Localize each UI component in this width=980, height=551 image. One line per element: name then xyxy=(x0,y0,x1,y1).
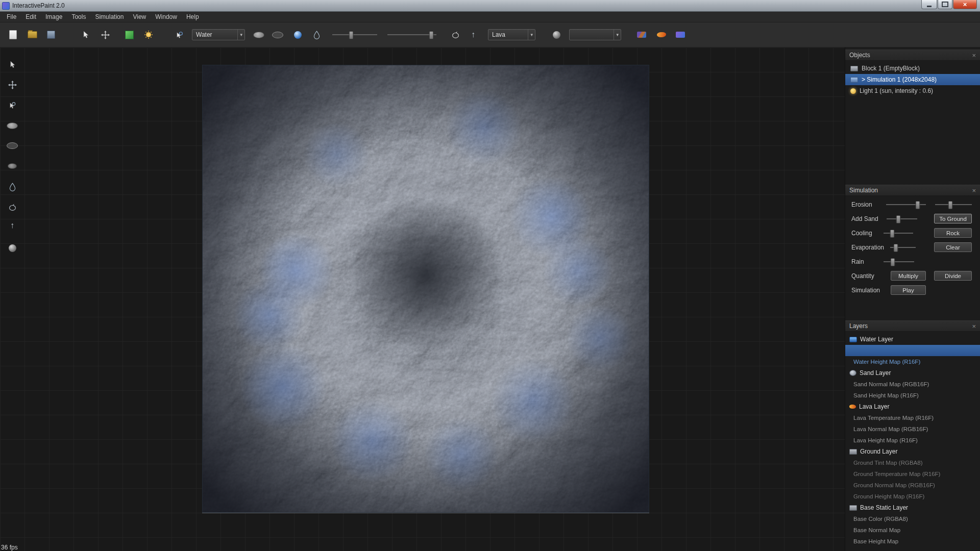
small-ellipse-brush-icon xyxy=(8,163,17,169)
layer-row-base-static[interactable]: Base Static Layer xyxy=(845,502,980,513)
multiply-button[interactable]: Multiply xyxy=(891,271,926,281)
slider-thumb[interactable] xyxy=(896,215,900,223)
slider-thumb[interactable] xyxy=(948,201,953,209)
layer-row-selected-map[interactable] xyxy=(845,345,980,356)
slider-thumb[interactable] xyxy=(890,230,895,238)
extra-dropdown[interactable]: ▾ xyxy=(569,29,621,40)
side-ellipse-small-tool[interactable] xyxy=(6,159,19,172)
cooling-slider[interactable] xyxy=(884,229,913,237)
layer-row-sand[interactable]: Sand Layer xyxy=(845,367,980,379)
new-file-icon xyxy=(9,30,17,39)
side-ellipse-tool[interactable] xyxy=(6,119,19,132)
slider-thumb[interactable] xyxy=(915,201,920,209)
divide-button[interactable]: Divide xyxy=(934,271,972,281)
menu-tools[interactable]: Tools xyxy=(67,12,90,21)
layer-row-base-height-map[interactable]: Base Height Map xyxy=(845,536,980,547)
terrain-simulation-image[interactable] xyxy=(202,65,649,513)
menu-edit[interactable]: Edit xyxy=(21,12,41,21)
slider-thumb[interactable] xyxy=(894,244,898,252)
slider-thumb[interactable] xyxy=(429,31,434,39)
slider-thumb[interactable] xyxy=(891,258,895,266)
menu-help[interactable]: Help xyxy=(182,12,204,21)
titlebar: InteractivePaint 2.0 × xyxy=(0,0,980,12)
layer-row-base-normal-map[interactable]: Base Normal Map xyxy=(845,524,980,536)
pull-up-tool-button[interactable]: ↑ xyxy=(465,27,481,42)
block-tool-button[interactable] xyxy=(121,27,137,42)
brush-size-slider[interactable] xyxy=(332,31,377,39)
save-button[interactable] xyxy=(43,27,59,42)
rock-button[interactable]: Rock xyxy=(934,228,972,238)
rain-slider[interactable] xyxy=(884,258,914,266)
object-row-light[interactable]: Light 1 (sun, intensity : 0.6) xyxy=(845,85,980,96)
texture-tool-button[interactable] xyxy=(634,27,649,42)
side-orbit-tool[interactable] xyxy=(6,201,19,214)
erosion-slider-a[interactable] xyxy=(886,201,926,209)
app-icon xyxy=(2,2,10,10)
layer-row-ground-height-map[interactable]: Ground Height Map (R16F) xyxy=(845,491,980,502)
ellipse-brush-button[interactable] xyxy=(251,27,266,42)
layer-row-lava[interactable]: Lava Layer xyxy=(845,401,980,412)
play-button[interactable]: Play xyxy=(891,285,926,295)
clear-button[interactable]: Clear xyxy=(934,242,972,252)
side-pull-tool[interactable]: ↑ xyxy=(6,219,19,232)
droplet-tool-button[interactable] xyxy=(309,27,324,42)
close-button[interactable]: × xyxy=(953,0,977,9)
minimize-button[interactable] xyxy=(921,0,937,9)
layer-row-water-height-map[interactable]: Water Height Map (R16F) xyxy=(845,356,980,367)
simulation-panel-header: Simulation × xyxy=(845,185,980,196)
erosion-slider-b[interactable] xyxy=(935,201,972,209)
layer-row-ground[interactable]: Ground Layer xyxy=(845,446,980,457)
menu-file[interactable]: File xyxy=(2,12,21,21)
ellipse-brush-icon xyxy=(7,122,18,129)
layer-row-sand-height-map[interactable]: Sand Height Map (R16F) xyxy=(845,390,980,401)
maximize-button[interactable] xyxy=(938,0,952,9)
new-file-button[interactable] xyxy=(5,27,20,42)
lava-brush-button[interactable] xyxy=(654,27,669,42)
pick-tool-button[interactable] xyxy=(172,27,187,42)
menu-image[interactable]: Image xyxy=(41,12,67,21)
select-tool-button[interactable] xyxy=(78,27,93,42)
side-ellipse-outline-tool[interactable] xyxy=(6,139,19,152)
add-sand-slider[interactable] xyxy=(887,215,917,223)
sphere-brush-button[interactable] xyxy=(549,27,564,42)
layers-close-icon[interactable]: × xyxy=(972,323,976,330)
layer-row-lava-height-map[interactable]: Lava Height Map (R16F) xyxy=(845,435,980,446)
slider-thumb[interactable] xyxy=(349,31,353,39)
layer-row-ground-tint-map[interactable]: Ground Tint Map (RGBA8) xyxy=(845,457,980,468)
objects-close-icon[interactable]: × xyxy=(972,52,976,59)
light-tool-button[interactable] xyxy=(141,27,156,42)
layer-row-sand-normal-map[interactable]: Sand Normal Map (RGB16F) xyxy=(845,379,980,390)
layer-row-ground-normal-map[interactable]: Ground Normal Map (RGB16F) xyxy=(845,480,980,491)
lava-material-dropdown[interactable]: Lava ▾ xyxy=(488,29,535,40)
object-row-block[interactable]: Block 1 (EmptyBlock) xyxy=(845,63,980,74)
side-select-tool[interactable] xyxy=(6,58,19,71)
layer-row-lava-temperature-map[interactable]: Lava Temperature Map (R16F) xyxy=(845,412,980,423)
canvas-viewport[interactable]: ↑ xyxy=(0,47,980,551)
layer-row-water[interactable]: Water Layer xyxy=(845,334,980,345)
water-material-dropdown[interactable]: Water ▾ xyxy=(192,29,245,40)
object-row-simulation[interactable]: > Simulation 1 (2048x2048) xyxy=(845,74,980,85)
side-sphere-tool[interactable] xyxy=(6,241,19,255)
move-tool-button[interactable] xyxy=(97,27,113,42)
brush-strength-slider[interactable] xyxy=(387,31,436,39)
menu-simulation[interactable]: Simulation xyxy=(90,12,128,21)
menu-window[interactable]: Window xyxy=(151,12,182,21)
open-file-button[interactable] xyxy=(24,27,40,42)
flat-ellipse-brush-button[interactable] xyxy=(270,27,285,42)
cube-icon xyxy=(125,31,134,39)
simulation-close-icon[interactable]: × xyxy=(972,187,976,194)
layer-row-base-color[interactable]: Base Color (RGBA8) xyxy=(845,513,980,524)
layer-row-ground-temperature-map[interactable]: Ground Temperature Map (R16F) xyxy=(845,468,980,480)
picker-cursor-icon xyxy=(176,31,183,39)
side-pick-tool[interactable] xyxy=(6,98,19,112)
material-brush-button[interactable] xyxy=(673,27,688,42)
side-move-tool[interactable] xyxy=(6,78,19,91)
layer-row-lava-normal-map[interactable]: Lava Normal Map (RGB16F) xyxy=(845,423,980,435)
layer-label: Lava Height Map (R16F) xyxy=(853,437,918,443)
water-sphere-button[interactable] xyxy=(290,27,305,42)
side-droplet-tool[interactable] xyxy=(6,180,19,193)
to-ground-button[interactable]: To Ground xyxy=(934,214,972,223)
orbit-tool-button[interactable] xyxy=(448,27,463,42)
evaporation-slider[interactable] xyxy=(890,243,916,252)
menu-view[interactable]: View xyxy=(128,12,151,21)
